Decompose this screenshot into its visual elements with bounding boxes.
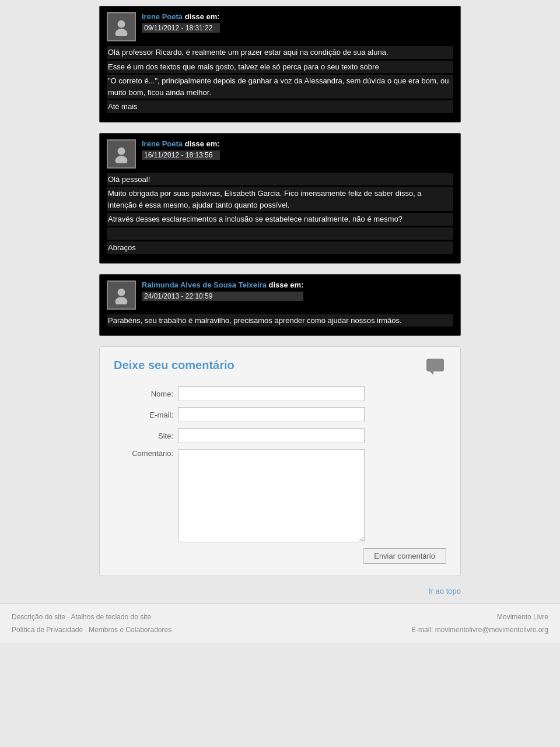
comment-body-1: Olá professor Ricardo, é realmente um pr…: [107, 46, 453, 113]
avatar-3: [107, 280, 136, 310]
comment-disse-1: disse em:: [185, 12, 220, 21]
comment-body-2: Olá pessoal! Muito obrigada por suas pal…: [107, 173, 453, 254]
comment-author-link-2[interactable]: Irene Poeta: [142, 139, 183, 148]
avatar-2: [107, 139, 136, 169]
comment-meta-1: Irene Poeta disse em: 09/11/2012 - 18:31…: [142, 12, 220, 33]
svg-point-3: [116, 156, 128, 163]
footer-link-descricao[interactable]: Descrição do site: [12, 613, 65, 621]
comment-meta-2: Irene Poeta disse em: 16/11/2012 - 18:13…: [142, 139, 220, 160]
site-label: Site:: [114, 432, 178, 440]
comment-header-1: Irene Poeta disse em: 09/11/2012 - 18:31…: [107, 12, 453, 41]
comment-block-3: Raimunda Alves de Sousa Teixeira disse e…: [99, 274, 461, 336]
ir-ao-topo-link[interactable]: Ir ao topo: [429, 587, 461, 595]
form-row-email: E-mail:: [114, 407, 446, 422]
comment-form: Deixe seu comentário Nome: E-mail: Site:…: [99, 346, 461, 576]
comment-form-title-prefix: Deixe seu: [114, 359, 172, 371]
svg-point-0: [118, 20, 125, 28]
comment-line-2-2: Através desses esclarecimentos a inclusã…: [107, 213, 453, 226]
comment-line-1-0: Olá professor Ricardo, é realmente um pr…: [107, 46, 453, 59]
svg-point-2: [118, 147, 125, 155]
comment-disse-3: disse em:: [268, 280, 303, 289]
site-footer: Descrição do site · Atalhos de teclado d…: [0, 604, 560, 643]
form-row-nome: Nome:: [114, 386, 446, 401]
comment-bubble-icon: [425, 359, 446, 379]
email-label: E-mail:: [114, 411, 178, 419]
footer-link-privacidade[interactable]: Política de Privacidade: [12, 626, 83, 634]
svg-point-5: [116, 297, 128, 304]
comment-form-title-highlight: comentário: [172, 359, 235, 371]
comment-date-1: 09/11/2012 - 18:31:22: [142, 23, 220, 33]
comment-meta-3: Raimunda Alves de Sousa Teixeira disse e…: [142, 280, 303, 301]
comment-line-2-3: [107, 227, 453, 240]
ir-ao-topo-container: Ir ao topo: [99, 583, 461, 601]
footer-right: Movimento Livre E-mail: movimentolivre@m…: [411, 611, 548, 636]
comment-line-2-0: Olá pessoal!: [107, 173, 453, 186]
footer-site-name: Movimento Livre: [497, 613, 548, 621]
form-row-site: Site:: [114, 428, 446, 443]
nome-label: Nome:: [114, 390, 178, 398]
footer-email-address: movimentolivre@movimentolivre.org: [435, 626, 548, 634]
svg-point-1: [116, 29, 128, 36]
comentario-textarea[interactable]: [178, 449, 365, 542]
form-row-comentario: Comentário:: [114, 449, 446, 542]
comment-date-2: 16/11/2012 - 18:13:56: [142, 150, 220, 160]
site-input[interactable]: [178, 428, 365, 443]
svg-marker-7: [430, 371, 433, 375]
footer-link-atalhos[interactable]: Atalhos de teclado do site: [71, 613, 150, 621]
comment-header-3: Raimunda Alves de Sousa Teixeira disse e…: [107, 280, 453, 310]
comment-author-link-3[interactable]: Raimunda Alves de Sousa Teixeira: [142, 280, 267, 289]
avatar-1: [107, 12, 136, 41]
comment-line-2-4: Abraços: [107, 241, 453, 254]
email-input[interactable]: [178, 407, 365, 422]
comment-block-2: Irene Poeta disse em: 16/11/2012 - 18:13…: [99, 133, 461, 264]
svg-point-4: [118, 288, 125, 296]
comment-line-2-1: Muito obrigada por suas palavras, Elisab…: [107, 187, 453, 211]
svg-rect-6: [426, 359, 444, 371]
footer-left: Descrição do site · Atalhos de teclado d…: [12, 611, 172, 636]
comment-author-line-2: Irene Poeta disse em:: [142, 139, 220, 148]
comment-header-2: Irene Poeta disse em: 16/11/2012 - 18:13…: [107, 139, 453, 169]
comment-line-1-1: Esse é um dos textos que mais gosto, tal…: [107, 61, 453, 73]
nome-input[interactable]: [178, 386, 365, 401]
footer-link-membros[interactable]: Membros e Colaboradores: [89, 626, 172, 634]
comment-line-1-2: "O correto é...", principalmente depois …: [107, 75, 453, 99]
footer-email-label: E-mail:: [411, 626, 433, 634]
comment-date-3: 24/01/2013 - 22:10:59: [142, 292, 303, 301]
comment-author-line-3: Raimunda Alves de Sousa Teixeira disse e…: [142, 280, 303, 289]
submit-button[interactable]: Enviar comentário: [363, 548, 446, 564]
comentario-label: Comentário:: [114, 449, 178, 458]
comment-line-1-3: Até mais: [107, 100, 453, 113]
comment-disse-2: disse em:: [185, 139, 220, 148]
comment-form-title: Deixe seu comentário: [114, 359, 446, 372]
comment-author-line-1: Irene Poeta disse em:: [142, 12, 220, 21]
comment-author-link-1[interactable]: Irene Poeta: [142, 12, 183, 21]
submit-row: Enviar comentário: [114, 548, 446, 564]
comment-line-3-0: Parabéns, seu trabalho é malravilho, pre…: [107, 314, 453, 327]
comment-body-3: Parabéns, seu trabalho é malravilho, pre…: [107, 314, 453, 327]
comment-block-1: Irene Poeta disse em: 09/11/2012 - 18:31…: [99, 6, 461, 122]
